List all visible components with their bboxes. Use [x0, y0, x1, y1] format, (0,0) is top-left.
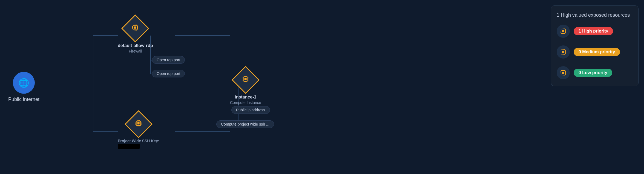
connector-lines	[0, 0, 644, 174]
svg-rect-89	[562, 72, 564, 74]
tag-compute-ssh[interactable]: Compute project wide ssh ...	[216, 120, 274, 128]
compute-label: instance-1 Compute Instance	[230, 94, 261, 106]
badge-medium[interactable]: 0 Medium priority	[574, 48, 620, 56]
internet-circle: 🌐	[13, 72, 35, 94]
panel-row-low[interactable]: 0 Low priority	[557, 66, 633, 79]
main-container: 🌐 Public internet	[0, 0, 644, 174]
redacted-value	[118, 144, 140, 149]
ssh-label: Project Wide SSH Key:	[118, 138, 159, 149]
panel-icon-medium	[557, 45, 570, 59]
compute-diamond	[232, 66, 260, 94]
tag-rdp1[interactable]: Open rdp port	[152, 56, 185, 64]
firewall-label: default-allow-rdp Firewall	[118, 43, 153, 54]
firewall-diamond	[122, 14, 150, 42]
svg-rect-61	[562, 30, 564, 32]
svg-rect-19	[134, 27, 136, 29]
tag-public-ip[interactable]: Public ip address	[231, 106, 270, 114]
tag-rdp2[interactable]: Open rdp port	[152, 70, 185, 77]
chip-icon-compute	[242, 75, 249, 85]
public-internet-node[interactable]: 🌐 Public internet	[8, 72, 39, 102]
badge-low[interactable]: 0 Low priority	[574, 69, 612, 77]
ssh-diamond	[125, 110, 153, 138]
globe-icon: 🌐	[18, 78, 29, 88]
right-panel: 1 High valued exposed resources	[551, 5, 639, 86]
panel-icon-low	[557, 66, 570, 79]
panel-icon-high	[557, 25, 570, 38]
svg-rect-47	[245, 78, 247, 80]
firewall-node[interactable]: default-allow-rdp Firewall	[118, 19, 153, 54]
chip-icon-ssh	[135, 120, 142, 129]
panel-row-high[interactable]: 1 High priority	[557, 25, 633, 38]
ssh-node[interactable]: Project Wide SSH Key:	[118, 114, 159, 149]
svg-rect-75	[562, 51, 564, 53]
chip-icon-firewall	[131, 24, 139, 33]
panel-title: 1 High valued exposed resources	[557, 12, 633, 18]
panel-row-medium[interactable]: 0 Medium priority	[557, 45, 633, 59]
svg-rect-33	[137, 122, 140, 124]
badge-high[interactable]: 1 High priority	[574, 27, 613, 35]
compute-node[interactable]: instance-1 Compute Instance	[230, 70, 261, 106]
internet-label: Public internet	[8, 97, 39, 102]
